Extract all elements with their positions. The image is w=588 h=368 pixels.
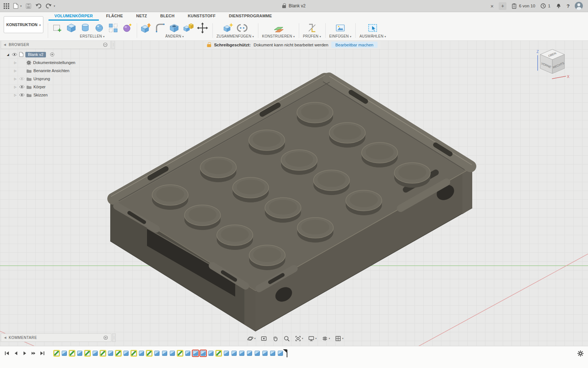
aendern-caret-icon[interactable]: [182, 34, 184, 38]
browser-item[interactable]: ▷ Benannte Ansichten: [1, 67, 111, 75]
timeline-feature-item[interactable]: [262, 350, 268, 356]
ribbon-tab[interactable]: FLÄCHE: [100, 12, 129, 21]
undo-icon[interactable]: [35, 3, 42, 9]
new-component-icon[interactable]: [223, 22, 234, 33]
form-icon[interactable]: [122, 22, 133, 33]
expand-arrow-icon[interactable]: ▷: [13, 85, 17, 89]
cylinder-icon[interactable]: [80, 22, 91, 33]
redo-icon[interactable]: [46, 3, 52, 9]
comments-options-icon[interactable]: [103, 335, 108, 340]
group-label-erstellen[interactable]: ERSTELLEN: [80, 34, 102, 38]
timeline-feature-item[interactable]: [77, 350, 83, 356]
zusammenfuegen-caret-icon[interactable]: [252, 34, 254, 38]
comments-bar[interactable]: ◀ KOMMENTARE: [1, 333, 116, 342]
user-avatar[interactable]: [575, 2, 583, 10]
ribbon-tab[interactable]: VOLUMENKÖRPER: [49, 12, 99, 21]
timeline-feature-item[interactable]: [92, 350, 98, 356]
grid-settings[interactable]: ▾: [322, 335, 330, 342]
notification-clock[interactable]: 1: [540, 3, 550, 9]
move-icon[interactable]: [197, 22, 208, 34]
timeline-feature-item[interactable]: [85, 350, 90, 356]
orbit-caret-icon[interactable]: ▾: [254, 337, 256, 340]
play-icon[interactable]: [22, 351, 27, 356]
timeline-feature-item[interactable]: [216, 350, 222, 356]
expand-arrow-icon[interactable]: ▷: [13, 61, 17, 64]
timeline-feature-item[interactable]: [146, 350, 152, 356]
timeline-feature-item[interactable]: [169, 350, 175, 356]
visibility-toggle-icon[interactable]: [12, 53, 17, 56]
timeline-feature-item[interactable]: [162, 350, 168, 356]
timeline-feature-item[interactable]: [254, 350, 260, 356]
timeline-feature-item[interactable]: [115, 350, 121, 356]
help-icon[interactable]: ?: [567, 3, 570, 9]
bell-icon[interactable]: [556, 3, 562, 9]
ribbon-tab[interactable]: NETZ: [130, 12, 153, 21]
redo-caret-icon[interactable]: ▾: [54, 4, 55, 8]
timeline-feature-item[interactable]: [231, 350, 237, 356]
measure-icon[interactable]: [306, 22, 318, 33]
group-label-zusammenfuegen[interactable]: ZUSAMMENFÜGEN: [216, 34, 251, 38]
timeline-feature-item[interactable]: [131, 350, 137, 356]
group-label-konstruieren[interactable]: KONSTRUIEREN: [262, 34, 292, 38]
auswaehlen-caret-icon[interactable]: [384, 34, 386, 38]
panel-resize-handle[interactable]: [112, 333, 116, 342]
joint-icon[interactable]: [237, 22, 248, 33]
timeline-feature-item[interactable]: [139, 350, 144, 356]
fit-tool[interactable]: ▾: [295, 335, 304, 342]
timeline-feature-item[interactable]: [123, 350, 129, 356]
combine-icon[interactable]: [183, 22, 194, 33]
file-menu-icon[interactable]: [13, 3, 18, 9]
look-at-tool[interactable]: [261, 335, 267, 342]
make-editable-button[interactable]: Bearbeitbar machen: [331, 42, 377, 48]
shell-icon[interactable]: [169, 22, 180, 33]
browser-item[interactable]: ▷ Dokumenteinstellungen: [1, 59, 111, 67]
file-menu-caret-icon[interactable]: ▾: [20, 4, 22, 8]
zoom-tool[interactable]: [283, 335, 290, 342]
timeline-feature-item[interactable]: [54, 350, 60, 356]
box-icon[interactable]: [66, 22, 77, 33]
timeline-position-marker[interactable]: [287, 350, 287, 357]
new-tab-button[interactable]: +: [499, 2, 506, 10]
konstruieren-caret-icon[interactable]: [293, 34, 295, 38]
timeline-feature-item[interactable]: [61, 350, 67, 356]
timeline-feature-item[interactable]: [185, 350, 191, 356]
create-sketch-icon[interactable]: [52, 22, 63, 33]
timeline-feature-item[interactable]: [223, 350, 229, 356]
timeline-feature-item[interactable]: [154, 350, 160, 356]
3d-canvas[interactable]: Schreibgeschützt: Dokument kann nicht be…: [0, 40, 588, 346]
timeline-feature-item[interactable]: [177, 350, 183, 356]
ribbon-tab[interactable]: BLECH: [154, 12, 180, 21]
timeline-feature-item[interactable]: [270, 350, 276, 356]
timeline-settings[interactable]: [577, 350, 584, 357]
browser-root-label[interactable]: Blank v2: [25, 52, 46, 57]
fillet-icon[interactable]: [155, 22, 166, 33]
ribbon-tab[interactable]: KUNSTSTOFF: [182, 12, 222, 21]
pattern-icon[interactable]: [108, 22, 119, 33]
timeline-feature-item[interactable]: [193, 350, 198, 356]
sphere-icon[interactable]: [94, 22, 105, 33]
panel-resize-handle[interactable]: [111, 40, 115, 49]
timeline-feature-item[interactable]: [200, 350, 206, 356]
construction-plane-icon[interactable]: [273, 22, 284, 33]
visibility-toggle-icon[interactable]: [19, 77, 25, 81]
browser-item[interactable]: ▷ Skizzen: [1, 91, 111, 99]
expand-arrow-icon[interactable]: ▷: [13, 77, 17, 81]
timeline-feature-item[interactable]: [69, 350, 75, 356]
expand-arrow-icon[interactable]: ▷: [13, 69, 17, 72]
viewports-tool[interactable]: ▾: [335, 335, 344, 342]
browser-options-icon[interactable]: [103, 42, 108, 47]
timeline-feature-item[interactable]: [247, 350, 252, 356]
display-caret-icon[interactable]: ▾: [315, 337, 317, 340]
visibility-toggle-icon[interactable]: [19, 85, 25, 89]
pruefen-caret-icon[interactable]: [319, 34, 321, 38]
browser-root-item[interactable]: ◢ Blank v2: [1, 50, 111, 59]
job-status[interactable]: 6 von 10: [512, 3, 535, 9]
step-forward-icon[interactable]: [31, 351, 36, 356]
fit-caret-icon[interactable]: ▾: [302, 337, 304, 340]
insert-image-icon[interactable]: [335, 22, 346, 33]
close-tab-icon[interactable]: ×: [490, 3, 494, 9]
pan-tool[interactable]: [272, 335, 279, 342]
timeline-feature-item[interactable]: [208, 350, 214, 356]
ribbon-tab[interactable]: DIENSTPROGRAMME: [223, 12, 278, 21]
press-pull-icon[interactable]: [141, 22, 152, 33]
